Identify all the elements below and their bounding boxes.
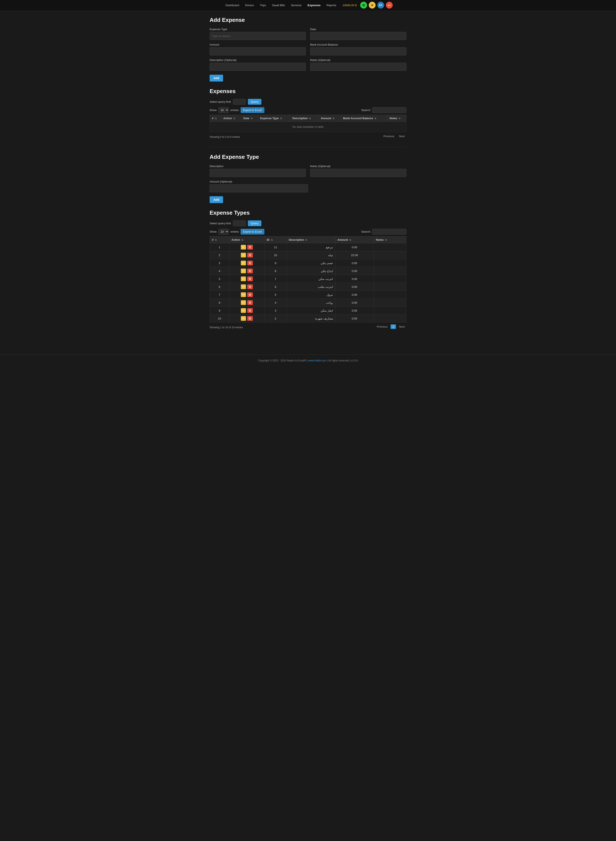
delete-button[interactable]: 🗑	[247, 276, 253, 281]
et-query-limit-input[interactable]: 10	[233, 221, 246, 226]
row-notes	[374, 243, 406, 251]
edit-button[interactable]: ✏	[241, 261, 246, 265]
amount-input[interactable]	[210, 47, 306, 56]
row-num: 2	[210, 251, 229, 259]
description-label: Description (Optional)	[210, 59, 306, 62]
row-amount: 0.00	[335, 243, 374, 251]
expenses-query-button[interactable]: Query	[248, 99, 261, 104]
settings-button[interactable]: ⚙	[360, 2, 367, 9]
edit-button[interactable]: ✏	[241, 284, 246, 289]
expenses-table-section: Expenses Select query limit 10 Query Sho…	[210, 88, 406, 138]
row-amount: 0.00	[335, 259, 374, 267]
delete-button[interactable]: 🗑	[247, 269, 253, 273]
edit-button[interactable]: ✏	[241, 269, 246, 273]
et-page-1-button[interactable]: 1	[390, 324, 396, 329]
et-export-button[interactable]: Export to Excel	[241, 229, 264, 235]
language-button[interactable]: ZA	[377, 2, 384, 9]
et-col-notes[interactable]: Notes ⇅	[374, 237, 406, 243]
row-num: 3	[210, 259, 229, 267]
table-row: 6 ✏ 🗑 6 انترنت مكتب 0.00	[210, 283, 406, 291]
et-query-button[interactable]: Query	[248, 221, 261, 226]
col-date[interactable]: Date ⇅	[241, 115, 258, 122]
theme-button[interactable]: ☀	[369, 2, 375, 9]
row-actions: ✏ 🗑	[229, 275, 265, 283]
nav-expenses[interactable]: Expenses	[305, 3, 323, 8]
edit-button[interactable]: ✏	[241, 245, 246, 250]
expenses-next-button[interactable]: Next	[397, 134, 406, 138]
footer-link[interactable]: www.Nadim.pro	[308, 359, 326, 362]
row-actions: ✏ 🗑	[229, 283, 265, 291]
add-expense-type-button[interactable]: Add	[210, 196, 223, 203]
delete-button[interactable]: 🗑	[247, 261, 253, 265]
edit-button[interactable]: ✏	[241, 316, 246, 321]
add-expense-button[interactable]: Add	[210, 75, 223, 82]
edit-button[interactable]: ✏	[241, 276, 246, 281]
et-col-action[interactable]: Action ⇅	[229, 237, 265, 243]
row-num: 8	[210, 299, 229, 307]
notes-input[interactable]	[310, 63, 406, 71]
et-query-limit-label: Select query limit	[210, 222, 231, 225]
delete-button[interactable]: 🗑	[247, 300, 253, 305]
expenses-export-button[interactable]: Export to Excel	[241, 107, 264, 113]
col-description[interactable]: Description ⇅	[290, 115, 318, 122]
et-col-id[interactable]: ID ⇅	[264, 237, 286, 243]
col-amount[interactable]: Amount ⇅	[318, 115, 341, 122]
nav-balance: -10840.00 $	[340, 3, 358, 8]
et-col-num[interactable]: # ⇅	[210, 237, 229, 243]
et-show-select[interactable]: 10 25 50	[219, 229, 229, 235]
delete-button[interactable]: 🗑	[247, 245, 253, 250]
nav-reports[interactable]: Reports	[324, 3, 339, 8]
et-prev-button[interactable]: Previous	[375, 324, 389, 329]
nav-saudi-bills[interactable]: Saudi Bills	[270, 3, 287, 8]
edit-button[interactable]: ✏	[241, 253, 246, 257]
delete-button[interactable]: 🗑	[247, 308, 253, 313]
et-col-amount[interactable]: Amount ⇅	[335, 237, 374, 243]
nav-drivers[interactable]: Drivers	[243, 3, 256, 8]
col-bank-account[interactable]: Bank Account Balance ⇅	[341, 115, 387, 122]
et-search-input[interactable]	[372, 229, 406, 235]
row-num: 10	[210, 315, 229, 322]
col-expense-type[interactable]: Expense Type ⇅	[258, 115, 290, 122]
row-id: 7	[264, 275, 286, 283]
col-action[interactable]: Action ⇅	[221, 115, 241, 122]
delete-button[interactable]: 🗑	[247, 316, 253, 321]
logout-button[interactable]: ↩	[386, 2, 393, 9]
edit-button[interactable]: ✏	[241, 292, 246, 297]
et-amount-label: Amount (Optional)	[210, 180, 308, 183]
bank-account-input[interactable]: None	[310, 47, 406, 56]
expenses-show-label: Show	[210, 109, 217, 112]
expenses-query-limit-input[interactable]: 10	[233, 99, 246, 104]
row-num: 7	[210, 291, 229, 299]
et-show-label: Show	[210, 230, 217, 233]
expenses-search-input[interactable]	[372, 107, 406, 113]
et-amount-input[interactable]	[210, 184, 308, 193]
description-input[interactable]	[210, 63, 306, 71]
row-actions: ✏ 🗑	[229, 267, 265, 275]
delete-button[interactable]: 🗑	[247, 284, 253, 289]
row-amount: 15.00	[335, 251, 374, 259]
row-actions: ✏ 🗑	[229, 291, 265, 299]
col-notes[interactable]: Notes ⇅	[387, 115, 406, 122]
row-id: 8	[264, 267, 286, 275]
expenses-show-select[interactable]: 10 25 50	[219, 107, 229, 113]
row-amount: 0.00	[335, 275, 374, 283]
et-next-button[interactable]: Next	[397, 324, 406, 329]
edit-button[interactable]: ✏	[241, 308, 246, 313]
expenses-prev-button[interactable]: Previous	[382, 134, 396, 138]
row-amount: 0.00	[335, 307, 374, 315]
row-notes	[374, 283, 406, 291]
col-num[interactable]: # ⇅	[210, 115, 221, 122]
date-input[interactable]: 08/31/2024	[310, 32, 406, 40]
et-description-input[interactable]	[210, 169, 306, 177]
nav-trips[interactable]: Trips	[258, 3, 268, 8]
expense-type-input[interactable]	[210, 32, 306, 40]
nav-dashboard[interactable]: Dashboard	[223, 3, 241, 8]
table-row: 5 ✏ 🗑 7 انترنت سكن 0.00	[210, 275, 406, 283]
edit-button[interactable]: ✏	[241, 300, 246, 305]
et-notes-input[interactable]	[310, 169, 406, 177]
et-col-description[interactable]: Description ⇅	[287, 237, 335, 243]
delete-button[interactable]: 🗑	[247, 292, 253, 297]
delete-button[interactable]: 🗑	[247, 253, 253, 257]
nav-services[interactable]: Services	[289, 3, 304, 8]
row-notes	[374, 291, 406, 299]
